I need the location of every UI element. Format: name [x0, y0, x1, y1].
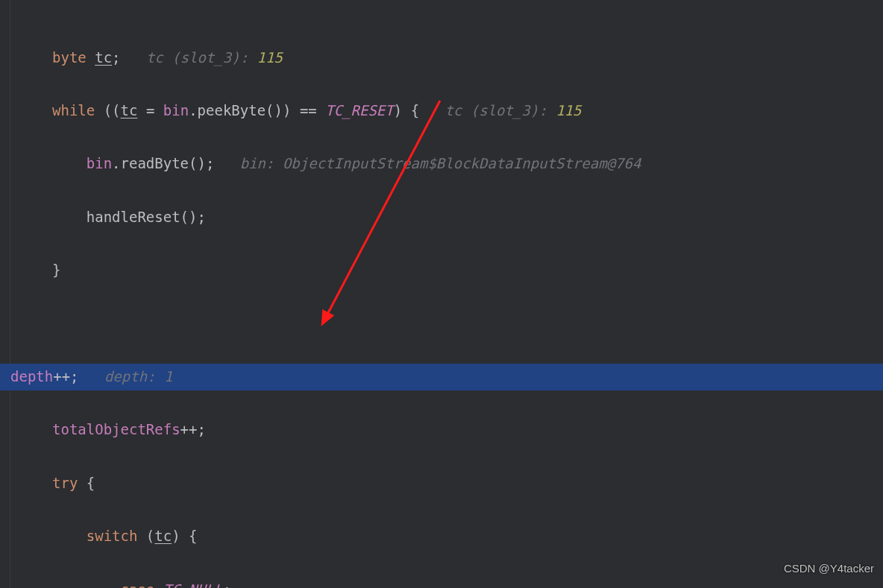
inline-hint: tc (slot_3): [146, 49, 257, 66]
code-line: totalObjectRefs++; [10, 417, 883, 443]
watermark: CSDN @Y4tacker [784, 555, 874, 582]
inline-hint: bin: ObjectInputStream$BlockDataInputStr… [240, 155, 641, 171]
code-line: switch (tc) { [10, 523, 883, 550]
keyword-while: while [52, 102, 95, 118]
code-line: try { [10, 470, 883, 497]
code-line [10, 311, 883, 338]
execution-line: depth++; depth: 1 [0, 364, 883, 391]
inline-hint: tc (slot_3): [444, 102, 556, 118]
keyword-byte: byte [52, 49, 87, 66]
editor-gutter [0, 0, 10, 588]
code-line: byte tc; tc (slot_3): 115 [10, 45, 883, 72]
code-line: } [10, 257, 883, 284]
inline-hint-value: 115 [257, 49, 283, 66]
code-editor[interactable]: byte tc; tc (slot_3): 115 while ((tc = b… [10, 0, 883, 588]
code-line: while ((tc = bin.peekByte()) == TC_RESET… [10, 98, 883, 124]
inline-hint-value: 115 [556, 102, 581, 118]
code-line: handleReset(); [10, 204, 883, 231]
code-line: bin.readByte(); bin: ObjectInputStream$B… [10, 151, 883, 177]
var-tc: tc [95, 49, 112, 66]
inline-hint: depth: 1 [104, 368, 173, 385]
code-line: case TC_NULL: [10, 577, 883, 588]
